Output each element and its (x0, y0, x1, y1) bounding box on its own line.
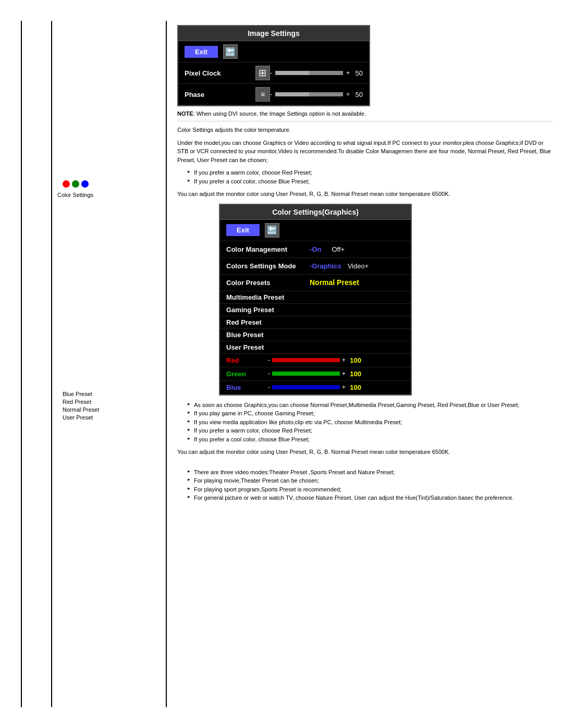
color-management-label: Color Management (226, 245, 310, 253)
bullet-2-item-4: If you prefer a warm color, choose Red P… (188, 426, 553, 435)
preset-red-label: Red Preset (226, 318, 262, 326)
left-column (0, 21, 52, 707)
cs-exit-icon: 🔙 (265, 223, 279, 238)
sidebar-item-normal-preset: Normal Preset (63, 406, 155, 413)
phase-value: 50 (350, 91, 363, 98)
blue-color-row: Blue - + 100 (220, 381, 411, 394)
right-column: Image Settings Exit 🔙 Pixel Clock ⊞ - + … (167, 21, 563, 707)
bullet-2-item-1: As soon as choose Graphics,you can choos… (188, 401, 553, 410)
blue-value: 100 (346, 384, 361, 391)
bullet-1-item-1: If you prefer a warm color, choose Red P… (188, 168, 553, 177)
green-color-label: Green (226, 370, 268, 378)
blue-color-label: Blue (226, 384, 268, 391)
blue-minus[interactable]: - (268, 384, 270, 391)
exit-button[interactable]: Exit (185, 46, 218, 58)
colors-settings-mode-label: Colors Settings Mode (226, 262, 310, 270)
pixel-clock-row: Pixel Clock ⊞ - + 50 (178, 63, 369, 84)
divider-1 (177, 121, 553, 121)
pixel-clock-label: Pixel Clock (185, 69, 250, 77)
color-settings-text3: You can adjust the monitor color using U… (177, 190, 553, 199)
bullet-3-item-1: There are three video modes:Theater Pres… (188, 468, 553, 477)
bullets-list-2: As soon as choose Graphics,you can choos… (188, 401, 553, 444)
pixel-clock-slider[interactable] (275, 71, 343, 75)
red-minus[interactable]: - (268, 356, 270, 364)
color-settings-title: Color Settings(Graphics) (220, 205, 411, 220)
red-slider[interactable] (272, 358, 340, 362)
preset-multimedia-label: Multimedia Preset (226, 293, 284, 301)
pixel-clock-value: 50 (350, 69, 363, 77)
bullet-1-item-2: If you prefer a cool color, choose Blue … (188, 177, 553, 186)
image-settings-osd: Image Settings Exit 🔙 Pixel Clock ⊞ - + … (177, 25, 370, 106)
color-management-on[interactable]: -On (310, 245, 321, 253)
sidebar-item-red-preset: Red Preset (63, 399, 155, 405)
color-settings-osd: Color Settings(Graphics) Exit 🔙 Color Ma… (219, 204, 412, 396)
green-color-row: Green - + 100 (220, 367, 411, 381)
blue-dot (81, 180, 89, 188)
red-plus[interactable]: + (342, 356, 346, 364)
color-settings-text1: Color Settings adjusts the color tempera… (177, 126, 553, 134)
bullets-list-3: There are three video modes:Theater Pres… (188, 468, 553, 502)
color-settings-label: Color Settings (57, 192, 161, 198)
note-content: : When using DVI source, the Image Setti… (193, 110, 366, 117)
preset-user-row[interactable]: User Preset (220, 341, 411, 354)
color-dots (57, 176, 161, 192)
pixel-clock-icon: ⊞ (255, 66, 270, 80)
phase-label: Phase (185, 91, 250, 98)
bullet-3-item-3: For playing sport program,Sports Preset … (188, 485, 553, 494)
colors-settings-mode-row: Colors Settings Mode -Graphics Video+ (220, 258, 411, 275)
pixel-clock-slider-area: - + (270, 69, 350, 77)
preset-user-label: User Preset (226, 343, 264, 351)
cs-exit-button[interactable]: Exit (226, 224, 260, 236)
preset-normal-selected[interactable]: Normal Preset (310, 278, 359, 287)
exit-row: Exit 🔙 (178, 41, 369, 63)
sidebar-item-blue-preset: Blue Preset (63, 391, 155, 397)
middle-column: Color Settings Blue Preset Red Preset No… (52, 21, 167, 707)
preset-gaming-row[interactable]: Gaming Preset (220, 304, 411, 316)
page-container: Color Settings Blue Preset Red Preset No… (0, 0, 563, 728)
color-presets-row: Color Presets Normal Preset (220, 275, 411, 291)
color-management-row: Color Management -On Off+ (220, 241, 411, 258)
green-plus[interactable]: + (342, 370, 346, 377)
bullet-3-item-2: For playing movie,Theater Preset can be … (188, 476, 553, 485)
blue-slider[interactable] (272, 385, 340, 389)
exit-icon: 🔙 (223, 44, 238, 59)
blue-plus[interactable]: + (342, 384, 346, 391)
note-bold: NOTE (177, 110, 193, 117)
cs-exit-row: Exit 🔙 (220, 220, 411, 241)
red-color-label: Red (226, 356, 268, 364)
mode-video[interactable]: Video+ (348, 262, 369, 270)
color-settings-text4: You can adjust the monitor color using U… (177, 448, 553, 456)
preset-blue-label: Blue Preset (226, 331, 264, 339)
red-value: 100 (346, 356, 361, 364)
phase-slider[interactable] (275, 92, 343, 96)
preset-multimedia-row[interactable]: Multimedia Preset (220, 291, 411, 304)
green-minus[interactable]: - (268, 370, 270, 377)
green-slider[interactable] (272, 372, 340, 376)
note-text: NOTE: When using DVI source, the Image S… (177, 110, 553, 117)
phase-plus[interactable]: + (346, 91, 350, 98)
green-value: 100 (346, 370, 361, 378)
color-settings-text2: Under the model,you can choose Graphics … (177, 139, 553, 165)
bullet-2-item-3: If you view media application like photo… (188, 418, 553, 427)
phase-slider-area: - + (270, 91, 350, 98)
sidebar-items: Blue Preset Red Preset Normal Preset Use… (57, 391, 161, 421)
pixel-clock-minus[interactable]: - (270, 69, 272, 77)
preset-blue-row[interactable]: Blue Preset (220, 329, 411, 341)
preset-red-row[interactable]: Red Preset (220, 316, 411, 329)
bullet-2-item-5: If you prefer a cool color, choose Blue … (188, 435, 553, 444)
sidebar-item-user-preset: User Preset (63, 414, 155, 421)
image-settings-title: Image Settings (178, 26, 369, 41)
bullets-list-1: If you prefer a warm color, choose Red P… (188, 168, 553, 186)
phase-minus[interactable]: - (270, 91, 272, 98)
bullet-2-item-2: If you play game in PC, choose Gaming Pr… (188, 409, 553, 418)
green-dot (72, 180, 79, 188)
pixel-clock-plus[interactable]: + (346, 69, 350, 77)
bullet-3-item-4: For general picture or web or watch TV, … (188, 493, 553, 502)
mode-graphics[interactable]: -Graphics (310, 262, 341, 270)
color-presets-label: Color Presets (226, 279, 310, 287)
phase-row: Phase ≡ - + 50 (178, 84, 369, 105)
phase-icon: ≡ (255, 87, 270, 102)
red-color-row: Red - + 100 (220, 354, 411, 367)
preset-gaming-label: Gaming Preset (226, 306, 274, 314)
color-management-off[interactable]: Off+ (332, 245, 345, 253)
